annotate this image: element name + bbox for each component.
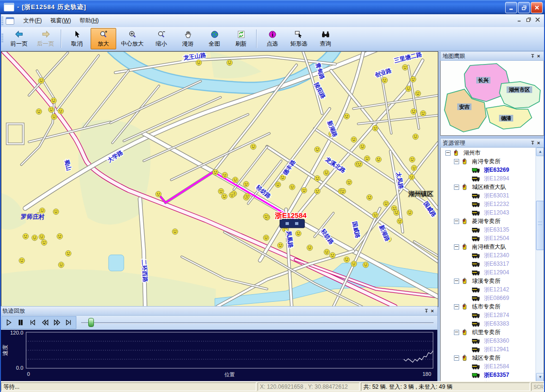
mdi-minimize-icon[interactable] (517, 17, 522, 24)
tracked-vehicle-icon[interactable] (280, 219, 305, 228)
toolbar-button-rect-select[interactable]: 矩形选 (286, 28, 312, 49)
tree-item-vehicle[interactable]: 浙E12043 (442, 208, 535, 217)
tree-item-vehicle[interactable]: 浙E12894 (442, 174, 535, 183)
tree-item-org[interactable]: 湖州市 (442, 149, 535, 157)
toolbar-button-refresh[interactable]: 刷新 (228, 28, 254, 49)
vehicle-marker-smiley[interactable] (351, 137, 357, 142)
expand-collapse-icon[interactable] (454, 279, 459, 284)
menu-item-0[interactable]: 文件(F) (19, 15, 46, 26)
vehicle-marker-smiley[interactable] (340, 188, 346, 194)
vehicle-marker-smiley[interactable] (357, 161, 362, 167)
scroll-up-icon[interactable]: ▲ (536, 148, 544, 156)
vehicle-marker-smiley[interactable] (250, 144, 256, 149)
tree-item-vehicle[interactable]: 浙E12874 (442, 311, 535, 319)
go-start-button[interactable] (28, 317, 38, 328)
vehicle-marker-smiley[interactable] (53, 209, 59, 215)
vehicle-marker-smiley[interactable] (277, 243, 283, 248)
vehicle-marker-smiley[interactable] (367, 195, 372, 200)
vehicle-marker-smiley[interactable] (57, 233, 63, 239)
tree-item-org[interactable]: 城区专卖所 (442, 354, 535, 362)
pin-icon[interactable] (529, 140, 536, 146)
menu-item-2[interactable]: 帮助(H) (75, 15, 103, 26)
vehicle-marker-smiley[interactable] (397, 218, 403, 224)
tree-item-vehicle[interactable]: 浙E63357 (442, 371, 535, 379)
tree-item-vehicle[interactable]: 浙E63383 (442, 319, 535, 328)
tree-item-vehicle[interactable]: 浙E08669 (442, 294, 535, 302)
vehicle-marker-smiley[interactable] (156, 191, 161, 197)
expand-collapse-icon[interactable] (454, 219, 459, 224)
expand-collapse-icon[interactable] (445, 150, 451, 156)
vehicle-marker-smiley[interactable] (383, 201, 389, 206)
vehicle-marker-smiley[interactable] (51, 98, 56, 103)
vehicle-marker-smiley[interactable] (48, 107, 54, 112)
vehicle-marker-smiley[interactable] (409, 157, 415, 162)
vehicle-marker-smiley[interactable] (58, 108, 64, 114)
toolbar-button-zoom-in[interactable]: 放大 (91, 28, 116, 49)
vehicle-marker-smiley[interactable] (232, 177, 238, 183)
vehicle-marker-smiley[interactable] (280, 175, 286, 180)
vehicle-marker-smiley[interactable] (19, 258, 25, 263)
vehicle-marker-smiley[interactable] (372, 212, 378, 218)
vehicle-marker-smiley[interactable] (32, 235, 37, 241)
play-button[interactable] (4, 317, 14, 328)
vehicle-marker-smiley[interactable] (38, 78, 44, 84)
tree-item-org[interactable]: 织里专卖所 (442, 328, 535, 336)
vehicle-marker-smiley[interactable] (407, 210, 413, 215)
go-end-button[interactable] (64, 317, 74, 328)
vehicle-marker-smiley[interactable] (36, 109, 42, 114)
tree-item-org[interactable]: 南浔专卖所 (442, 157, 535, 166)
tree-item-vehicle[interactable]: 浙E63269 (442, 166, 535, 174)
tree-item-vehicle[interactable]: 浙E12142 (442, 285, 535, 294)
pause-button[interactable] (16, 317, 26, 328)
vehicle-marker-smiley[interactable] (296, 231, 301, 236)
vehicle-marker-smiley[interactable] (411, 109, 416, 114)
rewind-button[interactable] (40, 317, 50, 328)
vehicle-marker-smiley[interactable] (344, 257, 350, 262)
vehicle-marker-smiley[interactable] (222, 172, 228, 178)
expand-collapse-icon[interactable] (454, 244, 459, 250)
tree-item-org[interactable]: 城区稽查大队 (442, 183, 535, 191)
vehicle-marker-smiley[interactable] (58, 262, 64, 268)
vehicle-marker-smiley[interactable] (363, 262, 369, 268)
vehicle-marker-smiley[interactable] (39, 208, 45, 214)
tree-item-vehicle[interactable]: 浙E12232 (442, 200, 535, 208)
toolbar-button-globe[interactable]: 全图 (202, 28, 227, 49)
mdi-close-icon[interactable] (535, 17, 540, 24)
vehicle-marker-smiley[interactable] (196, 60, 202, 65)
vehicle-marker-smiley[interactable] (406, 86, 411, 92)
tree-item-vehicle[interactable]: 浙E63135 (442, 225, 535, 234)
tree-scrollbar[interactable]: ▲ ▼ (536, 148, 544, 382)
vehicle-marker-smiley[interactable] (376, 157, 381, 162)
toolbar-button-point-info[interactable]: i点选 (259, 28, 285, 49)
restore-button[interactable] (518, 2, 530, 13)
close-icon[interactable]: × (429, 308, 435, 314)
vehicle-marker-smiley[interactable] (314, 176, 320, 181)
vehicle-marker-smiley[interactable] (330, 252, 335, 258)
playback-slider-thumb[interactable] (88, 318, 94, 327)
vehicle-marker-smiley[interactable] (307, 245, 313, 251)
vehicle-marker-smiley[interactable] (410, 76, 416, 82)
fast-forward-button[interactable] (52, 317, 62, 328)
vehicle-marker-smiley[interactable] (409, 174, 415, 180)
vehicle-marker-smiley[interactable] (275, 182, 281, 187)
vehicle-marker-smiley[interactable] (172, 229, 178, 234)
toolbar-button-prev-arrow[interactable]: 前一页 (6, 28, 32, 49)
document-icon[interactable] (6, 17, 14, 25)
vehicle-marker-smiley[interactable] (346, 179, 352, 185)
scrollbar-thumb[interactable] (536, 201, 544, 250)
vehicle-marker-smiley[interactable] (263, 235, 269, 241)
tree-item-org[interactable]: 菱湖专卖所 (442, 217, 535, 225)
vehicle-marker-smiley[interactable] (301, 187, 307, 193)
expand-collapse-icon[interactable] (454, 330, 459, 335)
vehicle-marker-smiley[interactable] (394, 210, 399, 215)
vehicle-marker-smiley[interactable] (351, 261, 357, 267)
expand-collapse-icon[interactable] (454, 159, 459, 164)
minimize-button[interactable] (505, 2, 517, 13)
toolbar-grip[interactable] (1, 34, 3, 42)
close-icon[interactable]: × (536, 140, 542, 146)
tree-item-org[interactable]: 埭溪专卖所 (442, 277, 535, 285)
playback-slider[interactable] (81, 322, 434, 324)
overview-map[interactable]: 长兴湖州市区安吉德清 (440, 61, 544, 136)
tree-item-vehicle[interactable]: 浙E63031 (442, 191, 535, 200)
vehicle-marker-smiley[interactable] (360, 144, 365, 149)
